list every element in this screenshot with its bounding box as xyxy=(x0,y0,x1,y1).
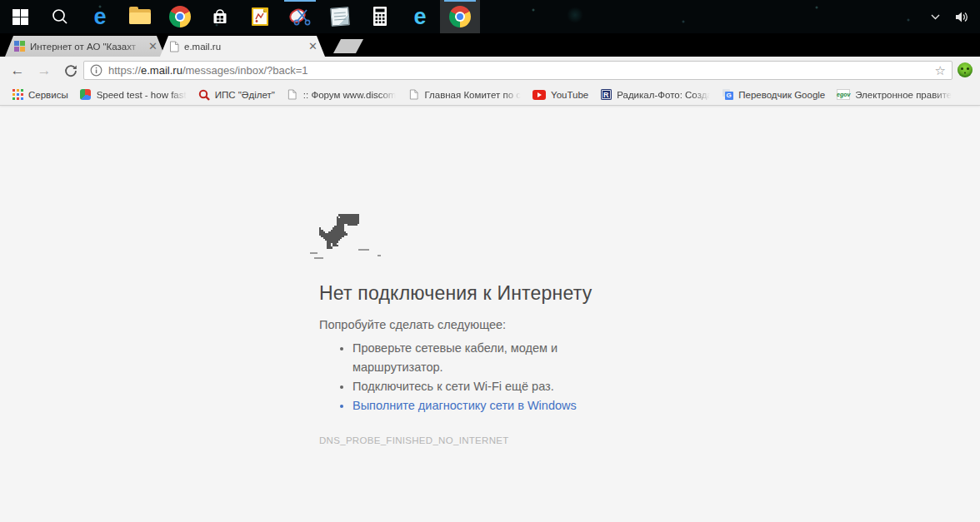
bookmark-servisy[interactable]: Сервисы xyxy=(6,86,74,104)
services-grid-icon xyxy=(14,41,25,52)
back-button[interactable]: ← xyxy=(7,60,28,82)
taskbar-notepad-button[interactable] xyxy=(320,0,360,33)
bookmark-youtube[interactable]: YouTube xyxy=(527,86,594,104)
taskbar-file-explorer-button[interactable] xyxy=(120,0,160,33)
ie-icon: e xyxy=(413,6,426,28)
store-bag-icon xyxy=(210,7,230,27)
reload-button[interactable] xyxy=(60,60,82,82)
diagnose-network-link[interactable]: Выполните диагностику сети в Windows xyxy=(352,399,577,412)
taskbar-chrome-active-button[interactable] xyxy=(440,0,480,33)
google-translate-icon: G xyxy=(722,89,733,101)
youtube-icon xyxy=(532,89,546,101)
suggestion-item: Проверьте сетевые кабели, модем и маршру… xyxy=(352,339,600,377)
reload-icon xyxy=(64,64,78,77)
taskbar-libreoffice-button[interactable] xyxy=(240,0,280,33)
url-host: e.mail.ru xyxy=(141,64,182,77)
bookmark-forum-discom[interactable]: :: Форум www.discom xyxy=(281,86,402,104)
volume-button[interactable] xyxy=(950,0,973,33)
bookmark-ips-adilet[interactable]: ИПС "Әділет" xyxy=(192,86,281,104)
page-icon xyxy=(287,89,298,101)
taskbar: e xyxy=(0,0,980,33)
calculator-icon xyxy=(371,6,389,27)
taskbar-ie-button[interactable]: e xyxy=(400,0,440,33)
tab-strip: Интернет от АО "Казахт ✕ e.mail.ru ✕ xyxy=(0,33,980,57)
suggestion-item: Выполните диагностику сети в Windows xyxy=(352,396,600,415)
taskbar-chrome-button[interactable] xyxy=(160,0,200,33)
notepad-icon xyxy=(330,7,349,26)
address-bar[interactable]: https://e.mail.ru/messages/inbox/?back=1… xyxy=(83,61,952,80)
page-icon xyxy=(408,89,419,101)
bookmark-egov[interactable]: egov Электронное правите xyxy=(831,86,958,104)
chrome-icon xyxy=(169,6,191,27)
forward-button[interactable]: → xyxy=(33,60,55,82)
search-icon xyxy=(51,7,69,26)
taskbar-edge-button[interactable]: e xyxy=(80,0,120,33)
error-code: DNS_PROBE_FINISHED_NO_INTERNET xyxy=(319,435,600,445)
show-hidden-icons-button[interactable] xyxy=(925,0,945,33)
bookmark-star-icon[interactable]: ☆ xyxy=(935,64,946,77)
document-app-icon xyxy=(249,6,271,27)
bookmark-radikal-foto[interactable]: R Радикал-Фото: Созда xyxy=(594,86,716,104)
error-title: Нет подключения к Интернету xyxy=(319,282,600,305)
tab-title: e.mail.ru xyxy=(184,42,302,52)
info-icon[interactable] xyxy=(90,64,102,77)
edge-icon: e xyxy=(93,6,106,28)
bookmark-google-translate[interactable]: G Переводчик Google xyxy=(716,86,831,104)
system-tray xyxy=(925,0,980,33)
taskbar-search-button[interactable] xyxy=(40,0,80,33)
tab-title: Интернет от АО "Казахт xyxy=(30,42,142,52)
chevron-down-icon xyxy=(931,14,940,20)
speaker-icon xyxy=(955,11,969,23)
browser-toolbar: ← → https://e.mail.ru/messages/inbox/?ba… xyxy=(0,57,980,84)
bookmarks-bar: Сервисы Speed test - how fast ИПС "Әділе… xyxy=(0,84,980,106)
scissors-icon xyxy=(288,7,312,27)
chrome-icon xyxy=(449,6,471,27)
suggestion-item: Подключитесь к сети Wi-Fi ещё раз. xyxy=(352,377,600,396)
speedtest-icon xyxy=(80,89,92,101)
start-button[interactable] xyxy=(0,0,40,33)
url-text[interactable]: https://e.mail.ru/messages/inbox/?back=1 xyxy=(108,64,308,77)
bookmark-glavnaya-komitet[interactable]: Главная Комитет по с xyxy=(402,86,527,104)
suggestion-list: Проверьте сетевые кабели, модем и маршру… xyxy=(319,339,600,415)
dino-icon xyxy=(319,214,359,254)
apps-grid-icon xyxy=(12,89,23,101)
page-content: Нет подключения к Интернету Попробуйте с… xyxy=(0,107,980,522)
error-subtitle: Попробуйте сделать следующее: xyxy=(319,318,600,331)
tab-emailru[interactable]: e.mail.ru ✕ xyxy=(160,36,325,57)
red-magnifier-icon xyxy=(198,89,210,101)
extension-icon[interactable] xyxy=(958,62,972,77)
folder-icon xyxy=(129,9,151,24)
tab-internet-kazakhtelecom[interactable]: Интернет от АО "Казахт ✕ xyxy=(5,36,165,57)
new-tab-button[interactable] xyxy=(333,39,363,53)
radikal-icon: R xyxy=(600,89,612,101)
windows-logo-icon xyxy=(12,9,28,25)
taskbar-store-button[interactable] xyxy=(200,0,240,33)
close-icon[interactable]: ✕ xyxy=(148,41,158,52)
taskbar-snipping-tool-button[interactable] xyxy=(280,0,320,33)
bookmark-speedtest[interactable]: Speed test - how fast xyxy=(74,86,192,104)
close-icon[interactable]: ✕ xyxy=(308,41,318,52)
taskbar-calculator-button[interactable] xyxy=(360,0,400,33)
egov-icon: egov xyxy=(837,89,850,101)
network-error-page: Нет подключения к Интернету Попробуйте с… xyxy=(0,107,600,445)
page-icon xyxy=(169,41,179,52)
